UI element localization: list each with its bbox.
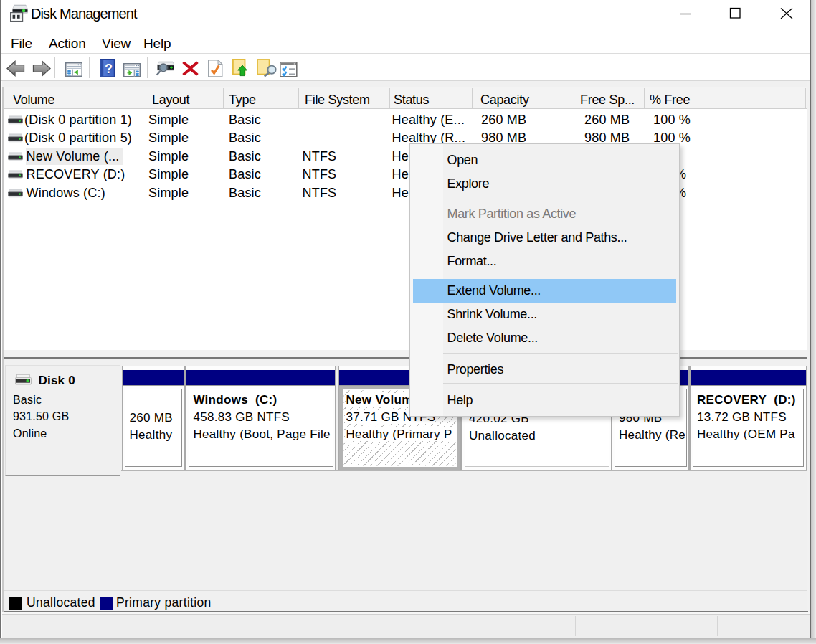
svg-text:?: ? (105, 62, 113, 76)
